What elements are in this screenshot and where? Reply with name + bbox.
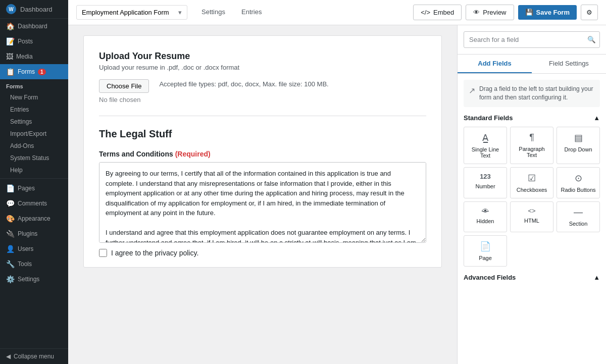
main-wrapper: Employment Application Form ▾ Settings E… xyxy=(68,0,606,364)
hidden-icon: 👁 xyxy=(482,207,489,215)
field-section-label: Section xyxy=(569,221,588,227)
accepted-types-text: Accepted file types: pdf, doc, docx, Max… xyxy=(159,80,328,88)
terms-text-2: I understand and agree that this employm… xyxy=(106,228,420,243)
tab-field-settings[interactable]: Field Settings xyxy=(532,55,606,73)
save-label: Save Form xyxy=(536,9,570,16)
sidebar-sub-help[interactable]: Help xyxy=(0,164,68,176)
preview-button[interactable]: 👁 Preview xyxy=(466,5,514,20)
field-page[interactable]: 📄 Page xyxy=(464,235,507,267)
terms-field: Terms and Conditions (Required) By agree… xyxy=(99,150,426,243)
sidebar-label-appearance: Appearance xyxy=(18,215,50,222)
panel-content: ↗ Drag a field to the left to start buil… xyxy=(458,74,606,364)
field-number[interactable]: 123 Number xyxy=(464,167,507,198)
section-icon: — xyxy=(574,207,583,218)
page-icon: 📄 xyxy=(480,241,491,252)
radio-buttons-icon: ⊙ xyxy=(575,173,582,184)
tab-add-fields[interactable]: Add Fields xyxy=(458,55,532,73)
resume-section-title: Upload Your Resume xyxy=(99,51,426,62)
sidebar-sub-import-export[interactable]: Import/Export xyxy=(0,128,68,140)
sidebar-item-pages[interactable]: 📄 Pages xyxy=(0,181,68,196)
sidebar-item-appearance[interactable]: 🎨 Appearance xyxy=(0,211,68,226)
terms-textarea[interactable]: By agreeing to our terms, I certify that… xyxy=(99,162,426,243)
sidebar-label-tools: Tools xyxy=(18,261,32,268)
content-area: Upload Your Resume Upload your resume in… xyxy=(68,25,606,364)
preview-label: Preview xyxy=(483,9,506,16)
form-selector-name: Employment Application Form xyxy=(82,9,169,16)
sidebar-sub-system-status[interactable]: System Status xyxy=(0,152,68,164)
sidebar-item-settings[interactable]: ⚙️ Settings xyxy=(0,272,68,287)
privacy-checkbox[interactable] xyxy=(99,249,107,257)
gear-icon: ⚙ xyxy=(586,9,592,16)
embed-button[interactable]: </> Embed xyxy=(413,5,462,20)
sidebar-label-settings: Settings xyxy=(18,276,39,283)
settings-gear-button[interactable]: ⚙ xyxy=(581,5,598,20)
terms-label: Terms and Conditions (Required) xyxy=(99,150,426,158)
sidebar-logo[interactable]: W Dashboard xyxy=(0,0,68,19)
sidebar-sub-settings[interactable]: Settings xyxy=(0,116,68,128)
field-hidden-label: Hidden xyxy=(477,218,494,224)
drag-hint: ↗ Drag a field to the left to start buil… xyxy=(464,80,600,107)
appearance-icon: 🎨 xyxy=(6,215,15,223)
save-form-button[interactable]: 💾 Save Form xyxy=(518,5,577,20)
embed-code-icon: </> xyxy=(421,9,430,16)
chevron-down-icon: ▾ xyxy=(178,9,182,16)
sidebar-item-forms[interactable]: 📋 Forms 1 xyxy=(0,64,68,79)
form-canvas: Upload Your Resume Upload your resume in… xyxy=(68,25,457,364)
field-checkboxes-label: Checkboxes xyxy=(517,187,547,193)
panel-tabs: Add Fields Field Settings xyxy=(458,55,606,74)
forms-badge: 1 xyxy=(38,69,46,75)
search-icon-button[interactable]: 🔍 xyxy=(587,36,596,43)
collapse-menu-button[interactable]: ◀ Collapse menu xyxy=(0,348,68,364)
topbar-actions: </> Embed 👁 Preview 💾 Save Form ⚙ xyxy=(413,5,598,20)
field-radio-buttons[interactable]: ⊙ Radio Buttons xyxy=(557,167,600,198)
search-input[interactable] xyxy=(464,31,600,48)
tab-settings[interactable]: Settings xyxy=(193,4,233,21)
html-icon: <> xyxy=(528,207,535,215)
sidebar-item-comments[interactable]: 💬 Comments xyxy=(0,196,68,211)
terms-text-1: By agreeing to our terms, I certify that… xyxy=(106,169,420,218)
comments-icon: 💬 xyxy=(6,199,15,207)
tools-icon: 🔧 xyxy=(6,260,15,268)
pages-icon: 📄 xyxy=(6,184,15,192)
field-html-label: HTML xyxy=(524,218,539,224)
sidebar-label-media: Media xyxy=(16,53,33,60)
standard-fields-label: Standard Fields xyxy=(464,114,513,122)
field-single-line-text-label: Single Line Text xyxy=(467,146,503,159)
arrow-icon: ↗ xyxy=(469,85,475,96)
field-drop-down-label: Drop Down xyxy=(564,146,592,152)
sidebar-item-posts[interactable]: 📝 Posts xyxy=(0,34,68,49)
wp-logo-icon: W xyxy=(6,4,16,14)
form-selector-dropdown[interactable]: Employment Application Form ▾ xyxy=(76,5,187,20)
privacy-label[interactable]: I agree to the privacy policy. xyxy=(111,249,198,257)
sidebar-sub-add-ons[interactable]: Add-Ons xyxy=(0,140,68,152)
sidebar-item-plugins[interactable]: 🔌 Plugins xyxy=(0,226,68,241)
sidebar-label-pages: Pages xyxy=(18,185,35,192)
field-hidden[interactable]: 👁 Hidden xyxy=(464,201,507,232)
sidebar-label-users: Users xyxy=(18,245,33,252)
number-icon: 123 xyxy=(480,173,491,180)
sidebar-sub-entries[interactable]: Entries xyxy=(0,103,68,116)
paragraph-text-icon: ¶ xyxy=(529,132,534,143)
choose-file-button[interactable]: Choose File xyxy=(99,79,149,93)
sidebar-item-users[interactable]: 👤 Users xyxy=(0,241,68,256)
field-checkboxes[interactable]: ☑ Checkboxes xyxy=(510,167,553,198)
standard-fields-section[interactable]: Standard Fields ▲ xyxy=(464,114,600,122)
tab-entries[interactable]: Entries xyxy=(233,4,270,21)
field-drop-down[interactable]: ▤ Drop Down xyxy=(557,127,600,164)
sidebar-label-plugins: Plugins xyxy=(18,230,37,237)
single-line-text-icon: A̲ xyxy=(482,132,488,143)
sidebar-label-comments: Comments xyxy=(18,200,47,207)
required-label: (Required) xyxy=(175,150,211,158)
field-section[interactable]: — Section xyxy=(557,201,600,232)
search-container: 🔍 xyxy=(458,25,606,55)
drag-hint-text: Drag a field to the left to start buildi… xyxy=(479,85,595,102)
field-single-line-text[interactable]: A̲ Single Line Text xyxy=(464,127,507,164)
sidebar-sub-new-form[interactable]: New Form xyxy=(0,91,68,103)
sidebar-label-posts: Posts xyxy=(18,38,33,45)
advanced-fields-label-row[interactable]: Advanced Fields ▲ xyxy=(464,274,600,281)
sidebar-item-dashboard[interactable]: 🏠 Dashboard xyxy=(0,19,68,34)
field-html[interactable]: <> HTML xyxy=(510,201,553,232)
sidebar-item-media[interactable]: 🖼 Media xyxy=(0,49,68,64)
field-paragraph-text[interactable]: ¶ Paragraph Text xyxy=(510,127,553,164)
sidebar-item-tools[interactable]: 🔧 Tools xyxy=(0,256,68,272)
